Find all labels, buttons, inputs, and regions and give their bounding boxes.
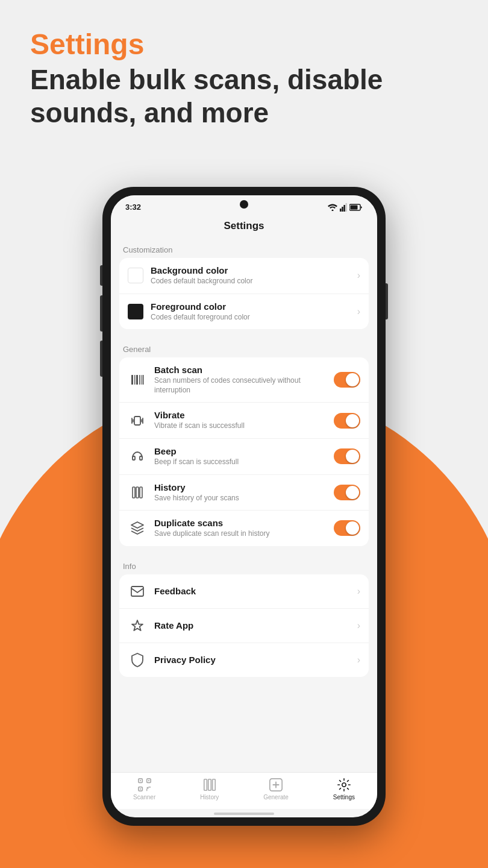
setting-title-history: History [154,482,334,492]
setting-text-foreground-color: Foreground color Codes default foregroun… [151,301,357,322]
setting-title-beep: Beep [154,446,334,456]
setting-desc-beep: Beep if scan is successfull [154,458,334,467]
setting-title-rate-app: Rate App [154,620,357,631]
svg-rect-12 [143,375,144,385]
setting-row-batch-scan[interactable]: Batch scan Scan numbers of codes consecu… [119,357,369,403]
setting-text-background-color: Background color Codes default backgroun… [151,265,357,286]
page-title: Settings [30,29,458,61]
toggle-vibrate[interactable] [334,413,360,429]
mail-icon [128,582,147,601]
svg-rect-1 [340,209,342,212]
svg-point-0 [332,209,334,211]
silent-button [100,265,102,286]
setting-desc-duplicate-scans: Save duplicate scan result in history [154,529,334,539]
svg-rect-26 [212,779,215,790]
svg-rect-2 [342,207,343,212]
svg-rect-13 [134,417,140,425]
setting-text-batch-scan: Batch scan Scan numbers of codes consecu… [154,365,334,395]
toggle-knob-vibrate [346,414,359,427]
headphone-icon [128,447,147,466]
setting-title-batch-scan: Batch scan [154,365,334,375]
setting-text-feedback: Feedback [154,586,357,596]
volume-up-button [100,295,102,332]
svg-rect-17 [131,587,143,596]
setting-row-privacy-policy[interactable]: Privacy Policy › [119,643,369,677]
svg-rect-11 [141,375,142,385]
nav-item-history[interactable]: History [200,778,219,800]
setting-title-vibrate: Vibrate [154,410,334,420]
home-indicator [214,813,274,815]
toggle-knob-history [346,486,359,499]
section-label-general: General [119,339,369,357]
status-icons [328,203,363,212]
camera-dot [240,200,248,209]
nav-label-history: History [200,794,219,800]
setting-text-vibrate: Vibrate Vibrate if scan is successfull [154,410,334,431]
screen-content[interactable]: Customization Background color Codes def… [111,239,377,772]
svg-rect-10 [139,375,140,385]
chevron-icon-privacy-policy: › [357,655,360,665]
svg-rect-22 [148,780,149,781]
nav-item-scanner[interactable]: Scanner [133,778,155,800]
vibrate-icon [128,411,147,430]
history-icon [128,483,147,502]
screen-title: Settings [111,215,377,239]
signal-icon [340,203,347,212]
setting-title-privacy-policy: Privacy Policy [154,655,357,665]
setting-row-history[interactable]: History Save history of your scans [119,475,369,511]
setting-row-foreground-color[interactable]: Foreground color Codes default foregroun… [119,294,369,330]
setting-row-beep[interactable]: Beep Beep if scan is successfull [119,439,369,475]
svg-rect-16 [140,487,142,498]
svg-rect-23 [140,788,141,790]
setting-title-foreground-color: Foreground color [151,301,357,312]
toggle-history[interactable] [334,485,360,500]
setting-row-background-color[interactable]: Background color Codes default backgroun… [119,258,369,294]
status-time: 3:32 [125,203,141,212]
page-subtitle: Enable bulk scans, disable sounds, and m… [30,63,458,130]
svg-rect-15 [136,487,139,498]
nav-label-scanner: Scanner [133,794,155,800]
chevron-icon-feedback: › [357,586,360,597]
setting-text-beep: Beep Beep if scan is successfull [154,446,334,467]
svg-rect-14 [133,487,135,498]
svg-rect-4 [346,203,348,212]
chevron-icon-rate-app: › [357,620,360,631]
setting-desc-batch-scan: Scan numbers of codes consecutively with… [154,376,334,395]
bottom-navigation: Scanner History [111,772,377,809]
setting-row-vibrate[interactable]: Vibrate Vibrate if scan is successfull [119,403,369,439]
phone-body: 3:32 [102,187,386,826]
setting-title-feedback: Feedback [154,586,357,596]
setting-row-feedback[interactable]: Feedback › [119,574,369,609]
setting-desc-background-color: Codes default background color [151,277,357,286]
setting-text-privacy-policy: Privacy Policy [154,655,357,665]
setting-row-rate-app[interactable]: Rate App › [119,609,369,643]
volume-down-button [100,341,102,377]
nav-item-settings[interactable]: Settings [333,778,355,800]
section-label-info: Info [119,556,369,574]
power-button [386,283,388,319]
scanner-nav-icon [137,778,152,792]
svg-point-28 [342,783,346,787]
toggle-beep[interactable] [334,448,360,464]
chevron-icon-background-color: › [357,270,360,281]
svg-rect-9 [136,375,138,385]
phone-mockup: 3:32 [102,187,386,826]
toggle-duplicate-scans[interactable] [334,520,360,536]
layers-icon [128,518,147,538]
setting-desc-foreground-color: Codes default foreground color [151,313,357,322]
customization-card: Background color Codes default backgroun… [119,258,369,329]
setting-title-background-color: Background color [151,265,357,275]
toggle-knob-batch-scan [346,373,359,386]
svg-rect-6 [351,205,358,209]
wifi-icon [328,204,337,211]
nav-item-generate[interactable]: Generate [263,778,289,800]
barcode-icon [128,370,147,389]
star-icon [128,616,147,635]
generate-nav-icon [269,778,283,792]
toggle-knob-duplicate-scans [346,521,359,535]
svg-rect-24 [204,779,207,790]
toggle-batch-scan[interactable] [334,372,360,388]
setting-desc-history: Save history of your scans [154,494,334,503]
setting-row-duplicate-scans[interactable]: Duplicate scans Save duplicate scan resu… [119,511,369,546]
settings-nav-icon [337,778,351,792]
